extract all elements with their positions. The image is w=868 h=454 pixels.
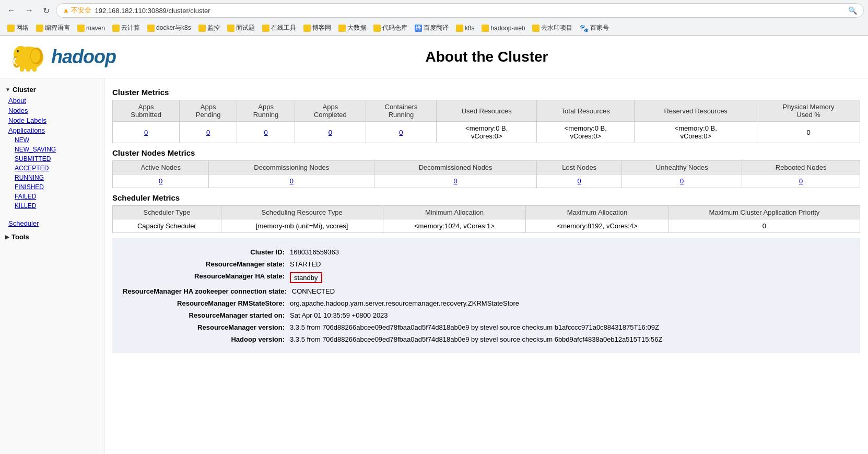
bookmark-docker[interactable]: docker与k8s — [144, 22, 194, 33]
cluster-metrics-title: Cluster Metrics — [112, 88, 860, 97]
info-row-rm-state: ResourceManager state: STARTED — [123, 258, 850, 270]
col-containers-running: ContainersRunning — [366, 100, 437, 122]
rm-ha-zk-value: CONNECTED — [292, 287, 335, 295]
active-nodes-value[interactable]: 0 — [113, 174, 209, 188]
rm-started-value: Sat Apr 01 10:35:59 +0800 2023 — [290, 311, 388, 319]
bookmark-label: k8s — [465, 25, 475, 32]
decommissioned-nodes-value[interactable]: 0 — [374, 174, 537, 188]
sidebar-item-scheduler[interactable]: Scheduler — [0, 218, 104, 228]
bookmark-biancheng[interactable]: 编程语言 — [33, 22, 73, 33]
back-button[interactable]: ← — [4, 5, 19, 16]
svg-rect-7 — [26, 66, 30, 72]
bookmark-qushui[interactable]: 去水印项目 — [529, 22, 576, 33]
sidebar-item-killed[interactable]: KILLED — [0, 201, 104, 211]
col-decommissioned-nodes: Decommissioned Nodes — [374, 161, 537, 174]
bookmark-mianshiti[interactable]: 面试题 — [224, 22, 258, 33]
bookmark-daima[interactable]: 代码仓库 — [370, 22, 410, 33]
bookmark-icon — [36, 25, 43, 32]
sidebar-item-new[interactable]: NEW — [0, 135, 104, 145]
address-bar[interactable]: ▲ 不安全 192.168.182.110:30889/cluster/clus… — [56, 3, 864, 18]
bookmark-boke[interactable]: 博客网 — [300, 22, 334, 33]
bookmark-label: hadoop-web — [490, 25, 525, 32]
sidebar-item-node-labels[interactable]: Node Labels — [0, 115, 104, 125]
bookmark-icon — [532, 25, 539, 32]
svg-rect-6 — [20, 66, 24, 72]
rm-ha-zk-label: ResourceManager HA zookeeper connection … — [123, 287, 292, 295]
sidebar-item-nodes[interactable]: Nodes — [0, 106, 104, 115]
col-used-resources: Used Resources — [437, 100, 537, 122]
forward-button[interactable]: → — [22, 5, 37, 16]
page-header: hadoop About the Cluster — [0, 36, 868, 78]
bookmark-wangluo[interactable]: 网络 — [4, 22, 32, 33]
bookmark-jiankong[interactable]: 监控 — [195, 22, 223, 33]
info-row-rm-ha-state: ResourceManager HA state: standby — [123, 270, 850, 285]
col-rebooted-nodes: Rebooted Nodes — [742, 161, 860, 174]
lost-nodes-value[interactable]: 0 — [537, 174, 622, 188]
elephant-icon — [10, 41, 47, 73]
bookmark-icon — [303, 25, 311, 32]
hadoop-version-value: 3.3.5 from 706d88266abcee09ed78fbaa0ad5f… — [290, 335, 662, 343]
bookmark-baidu-translate[interactable]: 译 百度翻译 — [412, 22, 452, 33]
sidebar-item-failed[interactable]: FAILED — [0, 192, 104, 201]
paw-icon: 🐾 — [580, 24, 589, 32]
bookmark-k8s[interactable]: k8s — [453, 24, 478, 33]
bookmark-label: 去水印项目 — [541, 24, 572, 32]
page-title-area: About the Cluster — [116, 49, 858, 65]
info-row-rm-started: ResourceManager started on: Sat Apr 01 1… — [123, 309, 850, 321]
total-resources-value: <memory:0 B,vCores:0> — [537, 122, 635, 143]
containers-running-value[interactable]: 0 — [366, 122, 437, 143]
apps-completed-value[interactable]: 0 — [295, 122, 366, 143]
sidebar-item-finished[interactable]: FINISHED — [0, 182, 104, 192]
sidebar-tools-header[interactable]: ▶ Tools — [0, 231, 104, 243]
bookmark-hadoop-web[interactable]: hadoop-web — [478, 24, 528, 33]
rebooted-nodes-value[interactable]: 0 — [742, 174, 860, 188]
bookmark-label: 大数据 — [347, 24, 366, 32]
sidebar-item-accepted[interactable]: ACCEPTED — [0, 164, 104, 173]
rm-ha-state-value: standby — [290, 272, 322, 283]
scheduler-metrics-table: Scheduler Type Scheduling Resource Type … — [112, 205, 860, 233]
col-physical-used: Physical MemoryUsed % — [757, 100, 860, 122]
bookmark-icon — [262, 25, 269, 32]
col-lost-nodes: Lost Nodes — [537, 161, 622, 174]
max-priority-value: 0 — [668, 219, 860, 233]
bookmark-icon — [227, 25, 234, 32]
bookmark-yunjs[interactable]: 云计算 — [109, 22, 143, 33]
bookmark-label: 编程语言 — [45, 24, 70, 32]
apps-submitted-value[interactable]: 0 — [113, 122, 180, 143]
bookmark-zaixian[interactable]: 在线工具 — [259, 22, 299, 33]
tools-arrow-icon: ▶ — [5, 234, 9, 240]
unhealthy-nodes-value[interactable]: 0 — [622, 174, 742, 188]
security-warning-icon: ▲ 不安全 — [63, 6, 91, 15]
bookmark-label: 网络 — [16, 24, 29, 32]
bookmark-icon — [373, 25, 381, 32]
rm-version-value: 3.3.5 from 706d88266abcee09ed78fbaa0ad5f… — [290, 323, 659, 331]
bookmark-baijia[interactable]: 🐾 百家号 — [577, 22, 612, 33]
bookmark-icon — [198, 25, 206, 32]
sidebar-item-submitted[interactable]: SUBMITTED — [0, 154, 104, 164]
col-max-allocation: Maximum Allocation — [526, 206, 669, 219]
sidebar-item-running[interactable]: RUNNING — [0, 173, 104, 182]
sidebar-cluster-header[interactable]: ▼ Cluster — [0, 84, 104, 96]
sidebar-item-applications[interactable]: Applications — [0, 125, 104, 135]
rm-store-value: org.apache.hadoop.yarn.server.resourcema… — [290, 299, 519, 307]
bookmark-maven[interactable]: maven — [74, 24, 108, 33]
bookmark-label: 在线工具 — [271, 24, 296, 32]
sidebar-section-cluster: ▼ Cluster About Nodes Node Labels Applic… — [0, 84, 104, 228]
col-active-nodes: Active Nodes — [113, 161, 209, 174]
refresh-button[interactable]: ↻ — [40, 5, 53, 17]
col-scheduling-resource-type: Scheduling Resource Type — [221, 206, 383, 219]
sidebar-item-about[interactable]: About — [0, 96, 104, 106]
apps-pending-value[interactable]: 0 — [180, 122, 237, 143]
bookmark-icon — [77, 25, 85, 32]
info-row-rm-version: ResourceManager version: 3.3.5 from 706d… — [123, 321, 850, 333]
decommissioning-nodes-value[interactable]: 0 — [209, 174, 374, 188]
apps-running-value[interactable]: 0 — [237, 122, 295, 143]
rm-state-label: ResourceManager state: — [123, 260, 290, 268]
scheduling-resource-type-value: [memory-mb (unit=Mi), vcores] — [221, 219, 383, 233]
rm-state-value: STARTED — [290, 260, 321, 268]
sidebar-item-new-saving[interactable]: NEW_SAVING — [0, 145, 104, 154]
bookmark-icon — [338, 25, 346, 32]
bookmark-label: 百家号 — [590, 24, 609, 32]
bookmark-dadata[interactable]: 大数据 — [335, 22, 369, 33]
rm-store-label: ResourceManager RMStateStore: — [123, 299, 290, 307]
